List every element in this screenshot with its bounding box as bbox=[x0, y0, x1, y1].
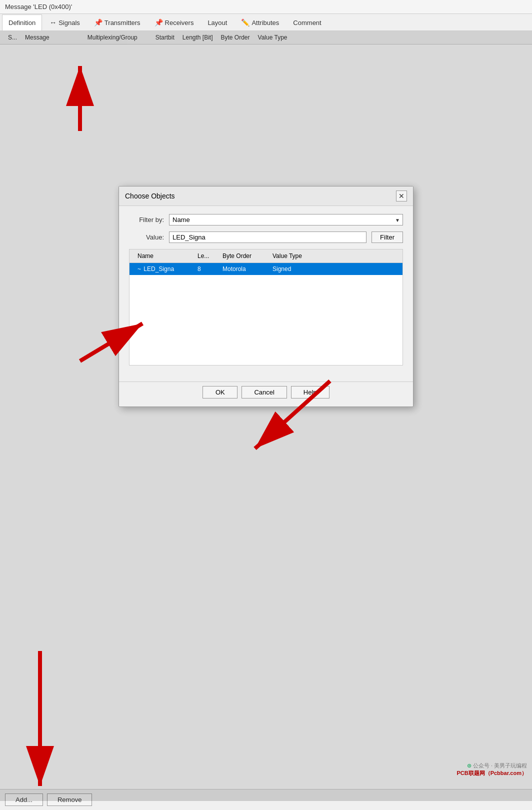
transmitters-icon: 📌 bbox=[94, 18, 102, 26]
tab-attributes[interactable]: ✏️ Attributes bbox=[234, 14, 286, 30]
modal-overlay: Choose Objects ✕ Filter by: Name Length … bbox=[0, 31, 532, 801]
results-col-length: Le... bbox=[194, 252, 218, 260]
tab-layout[interactable]: Layout bbox=[201, 14, 234, 30]
window-title: Message 'LED (0x400)' bbox=[5, 3, 72, 10]
value-input[interactable] bbox=[169, 232, 366, 243]
tab-layout-label: Layout bbox=[208, 19, 227, 26]
filter-by-select[interactable]: Name Length Byte Order Value Type bbox=[169, 214, 403, 226]
cancel-button[interactable]: Cancel bbox=[242, 386, 286, 398]
tab-signals[interactable]: ↔ Signals bbox=[43, 14, 86, 30]
main-content: S... Message Multiplexing/Group Startbit… bbox=[0, 31, 532, 801]
results-col-byteorder: Byte Order bbox=[218, 252, 268, 260]
tab-signals-label: Signals bbox=[58, 19, 80, 26]
tab-receivers[interactable]: 📌 Receivers bbox=[148, 14, 200, 30]
results-table: Name Le... Byte Order Value Type ~ LED_S… bbox=[129, 249, 403, 366]
results-col-valuetype: Value Type bbox=[268, 252, 318, 260]
dialog-titlebar: Choose Objects ✕ bbox=[119, 186, 413, 206]
results-col-name: Name bbox=[134, 252, 194, 260]
row-name-text: LED_Signa bbox=[144, 266, 174, 272]
tab-definition-label: Definition bbox=[8, 19, 36, 26]
filter-button[interactable]: Filter bbox=[372, 232, 403, 243]
table-row[interactable]: ~ LED_Signa 8 Motorola Signed bbox=[130, 263, 402, 275]
title-bar: Message 'LED (0x400)' bbox=[0, 0, 532, 14]
tab-transmitters-label: Transmitters bbox=[104, 19, 140, 26]
value-label: Value: bbox=[129, 234, 164, 241]
dialog-buttons: OK Cancel Help bbox=[119, 382, 413, 406]
dialog-body: Filter by: Name Length Byte Order Value … bbox=[119, 206, 413, 382]
filter-by-row: Filter by: Name Length Byte Order Value … bbox=[129, 214, 403, 226]
attributes-icon: ✏️ bbox=[241, 18, 250, 26]
ok-button[interactable]: OK bbox=[202, 386, 238, 398]
dialog-close-button[interactable]: ✕ bbox=[396, 190, 407, 202]
row-length: 8 bbox=[194, 264, 218, 274]
tab-receivers-label: Receivers bbox=[165, 19, 194, 26]
tab-transmitters[interactable]: 📌 Transmitters bbox=[88, 14, 147, 30]
tab-attributes-label: Attributes bbox=[252, 19, 279, 26]
row-byteorder: Motorola bbox=[218, 264, 268, 274]
tab-definition[interactable]: Definition bbox=[2, 14, 42, 30]
results-body: ~ LED_Signa 8 Motorola Signed bbox=[130, 263, 402, 365]
filter-by-label: Filter by: bbox=[129, 216, 164, 224]
value-row: Value: Filter bbox=[129, 232, 403, 243]
tilde-icon: ~ bbox=[138, 266, 141, 272]
empty-results-space bbox=[130, 275, 402, 365]
row-name: ~ LED_Signa bbox=[134, 264, 194, 274]
tab-comment[interactable]: Comment bbox=[286, 14, 328, 30]
results-table-header: Name Le... Byte Order Value Type bbox=[130, 250, 402, 263]
receivers-icon: 📌 bbox=[154, 18, 163, 26]
tab-bar: Definition ↔ Signals 📌 Transmitters 📌 Re… bbox=[0, 14, 532, 31]
filter-by-select-wrapper: Name Length Byte Order Value Type ▼ bbox=[169, 214, 403, 226]
tab-comment-label: Comment bbox=[293, 19, 321, 26]
signals-icon: ↔ bbox=[50, 18, 56, 26]
dialog-title: Choose Objects bbox=[125, 192, 175, 200]
row-valuetype: Signed bbox=[268, 264, 318, 274]
choose-objects-dialog: Choose Objects ✕ Filter by: Name Length … bbox=[118, 186, 414, 407]
help-button[interactable]: Help bbox=[291, 386, 330, 398]
